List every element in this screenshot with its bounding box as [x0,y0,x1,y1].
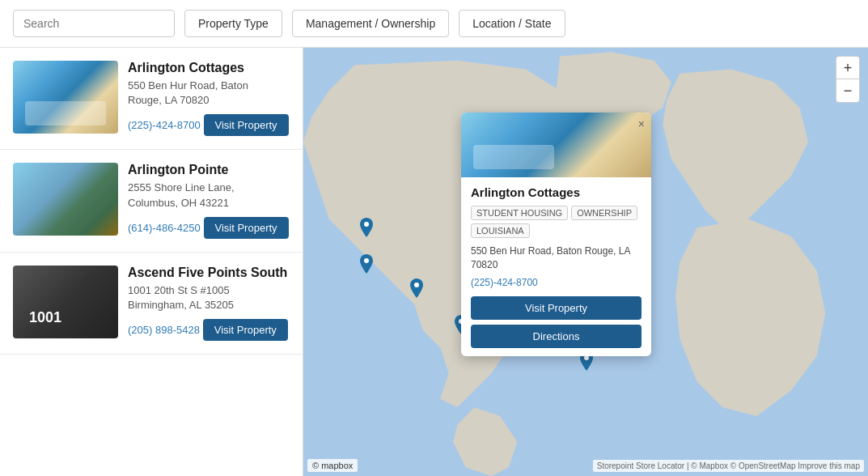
svg-point-12 [584,355,589,360]
listing-name: Arlington Cottages [128,61,290,75]
list-item: Arlington Pointe 2555 Shore Line Lane, C… [0,150,303,252]
management-ownership-filter[interactable]: Management / Ownership [292,10,449,37]
list-item: Ascend Five Points South 1001 20th St S … [0,253,303,355]
zoom-in-button[interactable]: + [836,57,859,79]
svg-point-3 [414,283,419,287]
popup-body: Arlington Cottages STUDENT HOUSING OWNER… [461,177,651,356]
listing-info: Arlington Pointe 2555 Shore Line Lane, C… [128,163,290,238]
property-type-filter[interactable]: Property Type [184,10,282,37]
popup-phone[interactable]: (225)-424-8700 [471,277,641,288]
popup-tags: STUDENT HOUSING OWNERSHIP LOUISIANA [471,206,641,238]
location-state-filter[interactable]: Location / State [459,10,565,37]
map-pin[interactable] [357,218,376,246]
property-thumbnail [13,61,118,134]
listing-address: 1001 20th St S #1005 Birmingham, AL 3520… [128,283,290,312]
top-bar: Property Type Management / Ownership Loc… [0,0,868,48]
visit-property-button[interactable]: Visit Property [203,319,288,341]
map-attribution: Storepoint Store Locator | © Mapbox © Op… [593,460,864,472]
visit-property-button[interactable]: Visit Property [204,114,289,136]
property-thumbnail [13,163,118,236]
listing-info: Ascend Five Points South 1001 20th St S … [128,266,290,341]
zoom-out-button[interactable]: − [836,79,859,102]
popup-actions: Visit Property Directions [471,296,641,348]
popup-property-name: Arlington Cottages [471,185,641,199]
map-pin[interactable] [357,254,376,283]
popup-directions-button[interactable]: Directions [471,325,641,348]
visit-property-button[interactable]: Visit Property [204,217,289,239]
popup-image [461,113,651,177]
listing-name: Arlington Pointe [128,163,290,177]
list-item: Arlington Cottages 550 Ben Hur Road, Bat… [0,48,303,150]
popup-address: 550 Ben Hur Road, Baton Rouge, LA 70820 [471,244,641,272]
popup-visit-property-button[interactable]: Visit Property [471,296,641,320]
listing-address: 2555 Shore Line Lane, Columbus, OH 43221 [128,181,290,210]
map-area[interactable]: × Arlington Cottages STUDENT HOUSING OWN… [303,48,868,476]
map-popup: × Arlington Cottages STUDENT HOUSING OWN… [461,113,651,356]
listing-address: 550 Ben Hur Road, Baton Rouge, LA 70820 [128,79,290,108]
svg-point-2 [364,258,369,263]
app-container: Property Type Management / Ownership Loc… [0,0,868,476]
mapbox-logo: © mapbox [307,459,358,472]
map-controls: + − [836,56,860,103]
map-background: × Arlington Cottages STUDENT HOUSING OWN… [303,48,868,476]
property-thumbnail [13,266,118,338]
listing-info: Arlington Cottages 550 Ben Hur Road, Bat… [128,61,290,136]
svg-point-1 [364,222,369,227]
listing-phone[interactable]: (205) 898-5428 [128,324,200,336]
listing-panel: Arlington Cottages 550 Ben Hur Road, Bat… [0,48,303,476]
main-content: Arlington Cottages 550 Ben Hur Road, Bat… [0,48,868,476]
listing-phone[interactable]: (225)-424-8700 [128,119,201,131]
listing-name: Ascend Five Points South [128,266,290,280]
popup-tag: LOUISIANA [471,223,530,238]
map-pin[interactable] [407,278,426,307]
popup-close-button[interactable]: × [638,117,645,130]
popup-tag: OWNERSHIP [571,206,637,220]
search-input[interactable] [13,10,175,37]
listing-phone[interactable]: (614)-486-4250 [128,222,201,234]
popup-tag: STUDENT HOUSING [471,206,568,220]
